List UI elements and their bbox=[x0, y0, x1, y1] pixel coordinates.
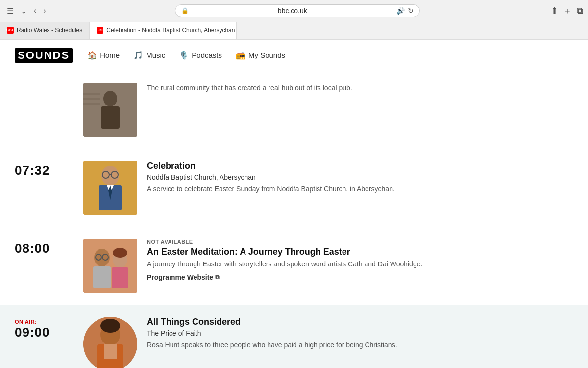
svg-rect-17 bbox=[93, 266, 111, 288]
address-text: bbc.co.uk bbox=[192, 7, 393, 15]
add-bookmark-button[interactable]: ＋ bbox=[563, 5, 572, 17]
browser-actions: ⬆ ＋ ⧉ bbox=[551, 5, 583, 17]
nav-home-label: Home bbox=[100, 51, 120, 59]
volume-icon: 🔊 bbox=[396, 7, 405, 15]
time-col-celebration: 07:32 bbox=[15, 161, 74, 178]
nav-my-sounds[interactable]: 📻 My Sounds bbox=[236, 49, 285, 62]
tab-favicon-2: BBC bbox=[97, 27, 103, 34]
rural-image bbox=[83, 83, 137, 137]
sounds-logo[interactable]: SOUNDS bbox=[15, 48, 73, 63]
tab-celebration[interactable]: BBC Celebration - Noddfa Baptist Church,… bbox=[90, 22, 237, 39]
svg-rect-27 bbox=[104, 344, 117, 359]
programme-website-link[interactable]: Programme Website ⧉ bbox=[147, 273, 573, 281]
title-celebration[interactable]: Celebration bbox=[147, 161, 573, 171]
schedule-item-meditation: 08:00 bbox=[0, 227, 588, 305]
schedule-item-rural: The rural community that has created a r… bbox=[0, 71, 588, 149]
subtitle-celebration: Noddfa Baptist Church, Abersychan bbox=[147, 173, 573, 181]
reload-icon[interactable]: ↻ bbox=[408, 7, 414, 15]
time-value-allthings: 09:00 bbox=[15, 325, 74, 340]
on-air-label: ON AIR: bbox=[15, 319, 74, 325]
tab-label-1: Radio Wales - Schedules bbox=[17, 27, 82, 34]
info-allthings: All Things Considered The Price of Faith… bbox=[147, 317, 573, 354]
schedule-item-celebration: 07:32 bbox=[0, 149, 588, 227]
nav-my-sounds-label: My Sounds bbox=[248, 51, 285, 59]
svg-rect-21 bbox=[112, 267, 128, 288]
svg-point-22 bbox=[113, 248, 127, 258]
nav-podcasts[interactable]: 🎙️ Podcasts bbox=[179, 49, 222, 62]
share-button[interactable]: ⬆ bbox=[551, 5, 558, 16]
my-sounds-icon: 📻 bbox=[236, 51, 245, 60]
desc-allthings: Rosa Hunt speaks to three people who hav… bbox=[147, 340, 573, 350]
nav-items: 🏠 Home 🎵 Music 🎙️ Podcasts 📻 My Sounds bbox=[87, 49, 285, 62]
time-col-meditation: 08:00 bbox=[15, 239, 74, 256]
lock-icon: 🔒 bbox=[181, 7, 189, 14]
thumbnail-meditation[interactable] bbox=[83, 239, 137, 293]
browser-controls: ☰ ⌄ ‹ › bbox=[5, 5, 48, 17]
svg-point-26 bbox=[100, 319, 120, 333]
time-col-rural bbox=[15, 83, 74, 85]
forward-button[interactable]: › bbox=[41, 5, 48, 16]
programme-website-label: Programme Website bbox=[147, 273, 213, 281]
thumbnail-rural[interactable] bbox=[83, 83, 137, 137]
info-rural: The rural community that has created a r… bbox=[147, 83, 573, 97]
home-icon: 🏠 bbox=[87, 51, 97, 60]
time-col-allthings: ON AIR: 09:00 bbox=[15, 317, 74, 340]
nav-music[interactable]: 🎵 Music bbox=[133, 49, 165, 62]
tab-radio-wales[interactable]: BBC Radio Wales - Schedules bbox=[0, 22, 90, 39]
svg-rect-5 bbox=[83, 103, 100, 105]
thumbnail-celebration[interactable] bbox=[83, 161, 137, 215]
back-button[interactable]: ‹ bbox=[32, 5, 38, 16]
time-value-meditation: 08:00 bbox=[15, 241, 74, 256]
sidebar-toggle-button[interactable]: ☰ bbox=[5, 5, 16, 17]
info-meditation: NOT AVAILABLE An Easter Meditation: A Jo… bbox=[147, 239, 573, 281]
tab-bar: BBC Radio Wales - Schedules BBC Celebrat… bbox=[0, 22, 588, 39]
allthings-image bbox=[83, 317, 137, 368]
browser-toolbar: ☰ ⌄ ‹ › 🔒 bbc.co.uk 🔊 ↻ ⬆ ＋ ⧉ bbox=[0, 0, 588, 22]
sounds-nav: SOUNDS 🏠 Home 🎵 Music 🎙️ Podcasts 📻 My S… bbox=[0, 40, 588, 71]
desc-meditation: A journey through Easter with storytelle… bbox=[147, 259, 573, 269]
nav-podcasts-label: Podcasts bbox=[192, 51, 222, 59]
main-content: The rural community that has created a r… bbox=[0, 71, 588, 368]
celebration-image bbox=[83, 161, 137, 215]
svg-point-1 bbox=[103, 91, 117, 106]
desc-celebration: A service to celebrate Easter Sunday fro… bbox=[147, 184, 573, 194]
info-celebration: Celebration Noddfa Baptist Church, Abers… bbox=[147, 161, 573, 198]
address-bar[interactable]: 🔒 bbc.co.uk 🔊 ↻ bbox=[175, 4, 420, 17]
podcasts-icon: 🎙️ bbox=[179, 51, 189, 60]
svg-point-16 bbox=[94, 249, 110, 266]
schedule-item-allthings: ON AIR: 09:00 bbox=[0, 305, 588, 368]
chevron-down-button[interactable]: ⌄ bbox=[19, 5, 29, 17]
nav-music-label: Music bbox=[146, 51, 165, 59]
tab-label-2: Celebration - Noddfa Baptist Church, Abe… bbox=[106, 27, 237, 34]
schedule-container: The rural community that has created a r… bbox=[0, 71, 588, 368]
external-link-icon: ⧉ bbox=[215, 274, 220, 281]
svg-point-7 bbox=[101, 166, 119, 185]
thumbnail-allthings[interactable] bbox=[83, 317, 137, 368]
reading-list-button[interactable]: ⧉ bbox=[577, 6, 583, 16]
tab-favicon-1: BBC bbox=[7, 27, 14, 34]
subtitle-allthings: The Price of Faith bbox=[147, 329, 573, 337]
desc-rural: The rural community that has created a r… bbox=[147, 83, 573, 93]
title-allthings[interactable]: All Things Considered bbox=[147, 317, 573, 327]
nav-home[interactable]: 🏠 Home bbox=[87, 49, 120, 62]
music-icon: 🎵 bbox=[133, 51, 143, 60]
browser-chrome: ☰ ⌄ ‹ › 🔒 bbc.co.uk 🔊 ↻ ⬆ ＋ ⧉ BBC Radio … bbox=[0, 0, 588, 40]
title-meditation[interactable]: An Easter Meditation: A Journey Through … bbox=[147, 247, 573, 257]
not-available-badge: NOT AVAILABLE bbox=[147, 239, 573, 245]
svg-rect-4 bbox=[83, 98, 100, 100]
time-value-celebration: 07:32 bbox=[15, 163, 74, 178]
svg-rect-2 bbox=[101, 106, 120, 129]
meditation-image bbox=[83, 239, 137, 293]
svg-rect-3 bbox=[83, 93, 100, 95]
